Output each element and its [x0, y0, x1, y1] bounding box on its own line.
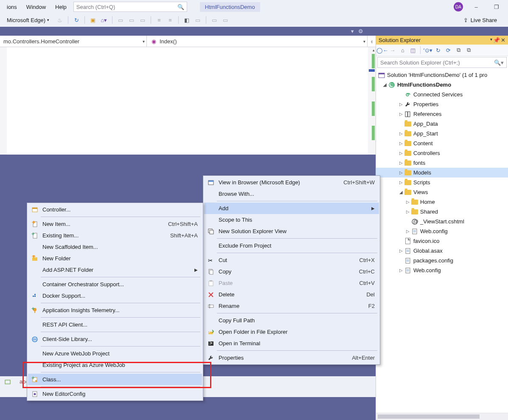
tool-icon[interactable]: ▭	[221, 15, 230, 25]
menu-item[interactable]: Add ASP.NET Folder▶	[28, 264, 202, 276]
pin-icon[interactable]: 📌	[493, 37, 500, 43]
bookmark-icon[interactable]: ◧	[182, 15, 191, 25]
expander-icon[interactable]: ▷	[398, 141, 404, 146]
tree-node[interactable]: Connected Services	[376, 90, 508, 99]
expander-icon[interactable]: ▷	[398, 112, 404, 116]
scroll-up-icon[interactable]: ▴	[373, 48, 375, 52]
tree-node[interactable]: ▷Models	[376, 168, 508, 178]
menu-item[interactable]: New Solution Explorer View	[204, 226, 379, 237]
menu-item[interactable]: Exclude From Project	[204, 240, 379, 251]
menu-item[interactable]: CopyCtrl+C	[204, 266, 379, 277]
split-editor-icon[interactable]: ⫞	[367, 36, 376, 47]
menu-item[interactable]: New Azure WebJob Project	[28, 348, 202, 359]
menu-item[interactable]: Client-Side Library...	[28, 333, 202, 345]
tree-node[interactable]: packages.config	[376, 256, 508, 265]
tree-node[interactable]: ▷Home	[376, 197, 508, 207]
expander-icon[interactable]: ◢	[382, 82, 388, 87]
expander-icon[interactable]: ▷	[398, 268, 404, 273]
menu-item[interactable]: New Scaffolded Item...	[28, 241, 202, 253]
menu-item[interactable]: Existing Project as Azure WebJob	[28, 359, 202, 371]
tree-node[interactable]: App_Data	[376, 119, 508, 129]
outdent-icon[interactable]: ≡	[166, 15, 175, 25]
menu-item[interactable]: Container Orchestrator Support...	[28, 279, 202, 290]
show-all-icon[interactable]: ⧉	[454, 45, 463, 55]
home-icon[interactable]: ⌂	[398, 45, 407, 55]
gear-icon[interactable]: ⚙	[357, 28, 365, 35]
menu-item[interactable]: +Existing Item...Shift+Alt+A	[28, 230, 202, 241]
forward-icon[interactable]: →	[388, 45, 397, 55]
collapse-all-icon[interactable]: ⟳	[443, 45, 453, 55]
browser-select[interactable]: Microsoft Edge) ▾	[3, 17, 53, 23]
refresh-icon[interactable]: ↻	[433, 45, 443, 55]
menu-item[interactable]: DeleteDel	[204, 289, 379, 300]
menu-item[interactable]: Docker Support...	[28, 290, 202, 302]
class-crumb[interactable]: mo.Controllers.HomeController ▾	[0, 36, 147, 47]
avatar[interactable]: DA	[454, 2, 463, 11]
expander-icon[interactable]: ▷	[398, 248, 404, 253]
expander-icon[interactable]: ▷	[398, 102, 404, 107]
tree-node[interactable]: ▷Controllers	[376, 148, 508, 158]
menu-item[interactable]: Browse With...	[204, 188, 379, 200]
menu-item[interactable]: ✂CutCtrl+X	[204, 254, 379, 266]
live-share-button[interactable]: ⇪ Live Share	[463, 17, 497, 23]
solution-explorer-header[interactable]: Solution Explorer ▾ 📌 ✕	[376, 36, 508, 45]
search-box[interactable]: Search (Ctrl+Q) 🔍	[73, 2, 187, 12]
menu-item[interactable]: Add▶	[204, 203, 379, 214]
expander-icon[interactable]: ▷	[405, 229, 411, 234]
menu-ions[interactable]: ions	[3, 2, 21, 12]
expander-icon[interactable]: ▷	[398, 161, 404, 165]
member-crumb[interactable]: ◉ Index() ▾	[147, 36, 367, 47]
sync-scope-icon[interactable]: ʻ⊙▾	[423, 45, 432, 55]
menu-item[interactable]: Open Folder in File Explorer	[204, 326, 379, 338]
menu-item[interactable]: Scope to This	[204, 214, 379, 226]
menu-item[interactable]: REST API Client...	[28, 319, 202, 330]
close-icon[interactable]: ✕	[501, 37, 505, 43]
expander-icon[interactable]: ▷	[398, 180, 404, 185]
menu-item[interactable]: PropertiesAlt+Enter	[204, 352, 379, 364]
expander-icon[interactable]: ▷	[405, 209, 411, 214]
restore-button[interactable]: ❐	[489, 2, 504, 12]
tree-node[interactable]: @_ViewStart.cshtml	[376, 217, 508, 226]
folder-open-icon[interactable]: ▣	[88, 15, 98, 25]
scrollbar-thumb[interactable]	[378, 414, 480, 419]
tree-node[interactable]: ▷Shared	[376, 207, 508, 217]
menu-item[interactable]: ✦New Folder	[28, 253, 202, 264]
expander-icon[interactable]: ▷	[398, 151, 404, 155]
menu-item[interactable]: View in Browser (Microsoft Edge)Ctrl+Shi…	[204, 177, 379, 188]
home-icon[interactable]: ⌂▾	[99, 15, 109, 25]
comment-icon[interactable]: ▭	[193, 15, 202, 25]
tree-node[interactable]: ◢Views	[376, 187, 508, 197]
minimize-button[interactable]: –	[469, 2, 483, 12]
indent-icon[interactable]: ≡	[154, 15, 164, 25]
tool-icon[interactable]: ▭	[138, 15, 147, 25]
tree-node[interactable]: ▷App_Start	[376, 129, 508, 138]
tree-node[interactable]: ▷Content	[376, 138, 508, 148]
bottom-tab-icon1[interactable]	[0, 376, 15, 387]
project-node[interactable]: ◢ ⊕ HtmlFunctionsDemo	[376, 80, 508, 90]
tool-icon[interactable]: ▭	[116, 15, 125, 25]
menu-item[interactable]: Copy Full Path	[204, 315, 379, 326]
menu-item[interactable]: ✦New Item...Ctrl+Shift+A	[28, 218, 202, 230]
tree-node[interactable]: ▷fonts	[376, 158, 508, 168]
switch-view-icon[interactable]: ◫	[408, 45, 418, 55]
tool-icon[interactable]: ▭	[127, 15, 136, 25]
menu-window[interactable]: Window	[22, 2, 50, 12]
tab-dropdown-icon[interactable]: ▾	[348, 28, 356, 35]
tree-node[interactable]: ▷Web.config	[376, 226, 508, 236]
expander-icon[interactable]: ▷	[398, 131, 404, 136]
refresh-icon[interactable]: ↻	[72, 15, 81, 25]
menu-item[interactable]: Controller...	[28, 204, 202, 215]
panel-dropdown-icon[interactable]: ▾	[490, 37, 492, 43]
fire-icon[interactable]: ♨	[55, 15, 65, 25]
editor-body[interactable]: ▴	[0, 47, 376, 155]
expander-icon[interactable]: ▷	[405, 200, 411, 204]
menu-item[interactable]: >_Open in Terminal	[204, 338, 379, 349]
tree-node[interactable]: ▷Scripts	[376, 178, 508, 187]
menu-item[interactable]: New EditorConfig	[28, 388, 202, 400]
properties-icon[interactable]: ⧉	[464, 45, 473, 55]
menu-item[interactable]: +Class...	[28, 374, 202, 385]
menu-help[interactable]: Help	[51, 2, 71, 12]
tree-node[interactable]: ▷Properties	[376, 99, 508, 109]
horizontal-scrollbar[interactable]	[376, 413, 508, 420]
solution-explorer-search[interactable]: Search Solution Explorer (Ctrl+;) 🔍▾	[377, 57, 507, 68]
